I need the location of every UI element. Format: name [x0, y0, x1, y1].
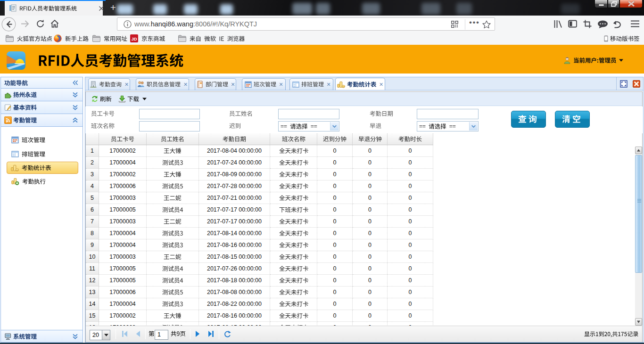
- svg-text:JD: JD: [131, 36, 137, 41]
